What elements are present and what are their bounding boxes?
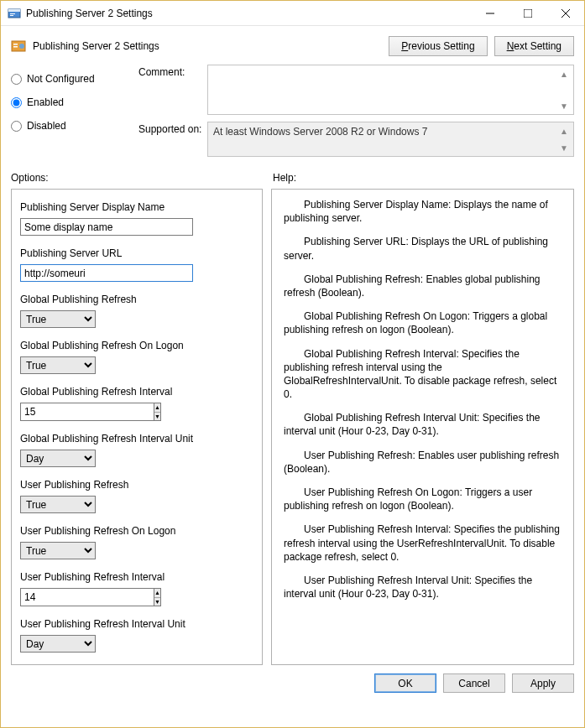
user-refresh-logon-label: User Publishing Refresh On Logon (20, 525, 253, 537)
options-heading: Options: (11, 172, 273, 184)
supported-on-box: At least Windows Server 2008 R2 or Windo… (207, 122, 574, 157)
comment-label: Comment: (138, 65, 207, 115)
user-refresh-select[interactable]: True (20, 496, 96, 513)
state-radios: Not Configured Enabled Disabled (11, 65, 128, 164)
svg-rect-1 (8, 9, 20, 12)
help-text: Publishing Server Display Name: Displays… (284, 198, 561, 225)
ok-button[interactable]: OK (374, 673, 436, 693)
help-text: User Publishing Refresh Interval Unit: S… (284, 574, 561, 601)
window-title: Publishing Server 2 Settings (26, 8, 471, 19)
user-refresh-unit-select[interactable]: Day (20, 635, 96, 653)
global-refresh-interval-spinner[interactable]: ▲▼ (20, 403, 112, 421)
user-refresh-label: User Publishing Refresh (20, 479, 253, 491)
help-text: Global Publishing Refresh Interval: Spec… (284, 347, 561, 402)
previous-setting-button[interactable]: Previous Setting (389, 36, 487, 56)
user-refresh-interval-spinner[interactable]: ▲▼ (20, 588, 112, 606)
scroll-down-icon[interactable]: ▼ (557, 141, 571, 154)
app-icon (8, 7, 21, 20)
maximize-button[interactable] (509, 1, 546, 25)
help-text: Global Publishing Refresh On Logon: Trig… (284, 309, 561, 336)
global-refresh-logon-label: Global Publishing Refresh On Logon (20, 340, 253, 351)
not-configured-radio[interactable] (11, 74, 22, 85)
global-refresh-interval-input[interactable] (20, 403, 154, 421)
supported-on-value: At least Windows Server 2008 R2 or Windo… (213, 126, 427, 138)
spin-up-icon[interactable]: ▲ (154, 403, 160, 413)
help-text: Global Publishing Refresh Interval Unit:… (284, 411, 561, 438)
close-button[interactable] (546, 1, 584, 25)
svg-rect-10 (13, 46, 18, 48)
global-refresh-unit-label: Global Publishing Refresh Interval Unit (20, 433, 253, 445)
disabled-radio[interactable] (11, 121, 22, 132)
scroll-up-icon[interactable]: ▲ (557, 67, 571, 81)
disabled-label: Disabled (27, 120, 66, 132)
global-refresh-label: Global Publishing Refresh (20, 294, 253, 305)
global-refresh-logon-select[interactable]: True (20, 356, 96, 374)
page-title: Publishing Server 2 Settings (33, 40, 382, 52)
svg-point-11 (19, 44, 24, 49)
spin-up-icon[interactable]: ▲ (154, 589, 160, 598)
svg-rect-2 (10, 13, 15, 14)
supported-label: Supported on: (138, 122, 207, 157)
enabled-label: Enabled (27, 96, 64, 108)
display-name-input[interactable] (20, 218, 193, 236)
user-refresh-interval-label: User Publishing Refresh Interval (20, 571, 253, 583)
minimize-button[interactable] (471, 1, 509, 25)
user-refresh-interval-input[interactable] (20, 588, 154, 606)
global-refresh-interval-label: Global Publishing Refresh Interval (20, 386, 253, 398)
user-refresh-unit-label: User Publishing Refresh Interval Unit (20, 618, 253, 630)
url-input[interactable] (20, 264, 193, 282)
spin-down-icon[interactable]: ▼ (154, 598, 160, 606)
comment-textarea[interactable]: ▲ ▼ (207, 65, 574, 115)
main-split: Publishing Server Display Name Publishin… (1, 185, 584, 665)
display-name-label: Publishing Server Display Name (20, 201, 253, 213)
user-refresh-logon-select[interactable]: True (20, 542, 96, 559)
svg-rect-5 (524, 9, 532, 18)
help-text: User Publishing Refresh: Enables user pu… (284, 449, 561, 476)
next-setting-button[interactable]: Next Setting (494, 36, 574, 56)
global-refresh-select[interactable]: True (20, 310, 96, 328)
titlebar: Publishing Server 2 Settings (1, 1, 584, 26)
help-text: Global Publishing Refresh: Enables globa… (284, 273, 561, 299)
help-text: Publishing Server URL: Displays the URL … (284, 235, 561, 262)
settings-icon (11, 39, 26, 54)
header-row: Publishing Server 2 Settings Previous Se… (1, 26, 584, 61)
options-panel: Publishing Server Display Name Publishin… (11, 189, 263, 665)
global-refresh-unit-select[interactable]: Day (20, 450, 96, 467)
svg-rect-9 (13, 44, 18, 45)
scroll-up-icon[interactable]: ▲ (557, 124, 571, 138)
section-headers: Options: Help: (1, 169, 584, 185)
help-heading: Help: (273, 172, 574, 184)
svg-rect-3 (10, 15, 13, 16)
dialog-buttons: OK Cancel Apply (1, 665, 584, 701)
spin-down-icon[interactable]: ▼ (154, 413, 160, 421)
scroll-down-icon[interactable]: ▼ (557, 99, 571, 112)
apply-button[interactable]: Apply (512, 673, 574, 693)
config-area: Not Configured Enabled Disabled Comment:… (1, 61, 584, 169)
help-text: User Publishing Refresh Interval: Specif… (284, 523, 561, 564)
url-label: Publishing Server URL (20, 247, 253, 259)
enabled-radio[interactable] (11, 97, 22, 108)
help-panel: Publishing Server Display Name: Displays… (271, 189, 574, 665)
not-configured-label: Not Configured (27, 73, 95, 85)
help-text: User Publishing Refresh On Logon: Trigge… (284, 486, 561, 512)
cancel-button[interactable]: Cancel (443, 673, 505, 693)
